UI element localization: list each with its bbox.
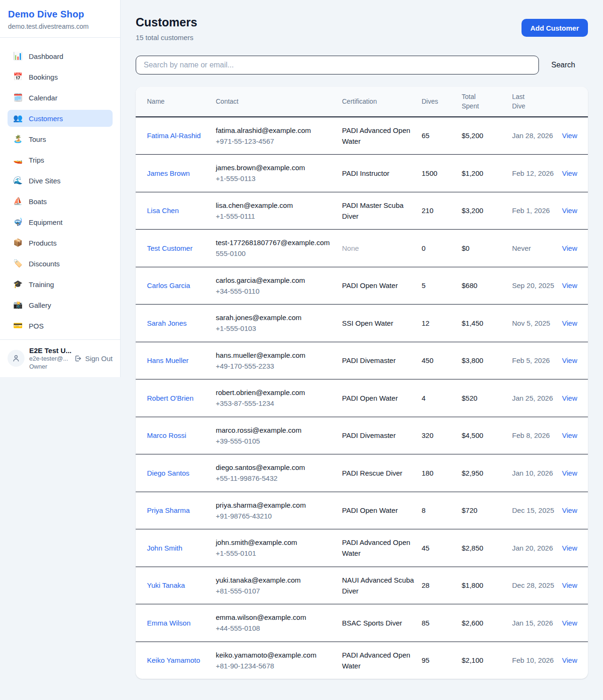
- customer-dives: 65: [422, 117, 462, 155]
- customer-phone: 555-0100: [216, 248, 334, 259]
- sidebar-item-label: Trips: [29, 156, 44, 164]
- customer-total-spent: $720: [462, 492, 512, 529]
- sidebar-item-label: Tours: [29, 135, 46, 143]
- customer-name-link[interactable]: Test Customer: [147, 244, 193, 252]
- customer-name-link[interactable]: James Brown: [147, 169, 190, 177]
- sidebar-item-label: Calendar: [29, 94, 57, 102]
- sidebar-item-equipment[interactable]: 🤿Equipment: [8, 214, 113, 231]
- shop-name-link[interactable]: Demo Dive Shop: [8, 9, 112, 20]
- view-customer-link[interactable]: View: [562, 169, 577, 177]
- customer-email: hans.mueller@example.com: [216, 350, 334, 361]
- table-row: Yuki Tanakayuki.tanaka@example.com+81-55…: [136, 567, 588, 604]
- sidebar-item-tours[interactable]: 🏝️Tours: [8, 131, 113, 148]
- customer-last-dive: Jan 28, 2026: [512, 132, 553, 140]
- customer-name-link[interactable]: Priya Sharma: [147, 506, 190, 514]
- search-input[interactable]: [136, 56, 539, 74]
- customer-name-link[interactable]: Robert O'Brien: [147, 394, 194, 402]
- view-customer-link[interactable]: View: [562, 356, 577, 364]
- customer-email: robert.obrien@example.com: [216, 387, 334, 398]
- view-customer-link[interactable]: View: [562, 206, 577, 214]
- dive-sites-icon: 🌊: [13, 177, 23, 184]
- sidebar-item-gallery[interactable]: 📸Gallery: [8, 296, 113, 313]
- sidebar-item-trips[interactable]: 🚤Trips: [8, 151, 113, 168]
- view-customer-link[interactable]: View: [562, 281, 577, 289]
- customer-certification: PADI Advanced Open Water: [342, 538, 410, 557]
- view-customer-link[interactable]: View: [562, 394, 577, 402]
- customer-table-body: Fatima Al-Rashidfatima.alrashid@example.…: [136, 117, 588, 679]
- gallery-icon: 📸: [13, 301, 23, 309]
- sidebar-item-bookings[interactable]: 📅Bookings: [8, 68, 113, 85]
- customer-email: yuki.tanaka@example.com: [216, 575, 334, 585]
- user-footer: E2E Test U... e2e-tester@... Owner Sign …: [0, 339, 120, 377]
- customer-name-link[interactable]: Sarah Jones: [147, 319, 187, 327]
- customer-name-link[interactable]: Emma Wilson: [147, 619, 191, 627]
- customer-total-spent: $1,800: [462, 567, 512, 604]
- customer-total-spent: $2,100: [462, 642, 512, 679]
- sidebar-item-customers[interactable]: 👥Customers: [8, 110, 113, 127]
- customer-phone: +971-55-123-4567: [216, 136, 334, 147]
- customer-name-link[interactable]: Fatima Al-Rashid: [147, 132, 201, 140]
- customer-last-dive: Feb 8, 2026: [512, 431, 550, 439]
- customer-name-link[interactable]: Marco Rossi: [147, 431, 186, 439]
- search-button[interactable]: Search: [539, 61, 588, 69]
- sidebar-item-products[interactable]: 📦Products: [8, 234, 113, 251]
- training-icon: 🎓: [13, 280, 23, 288]
- add-customer-button[interactable]: Add Customer: [522, 19, 588, 37]
- customer-certification: PADI Instructor: [342, 169, 390, 177]
- view-customer-link[interactable]: View: [562, 469, 577, 477]
- sidebar-item-calendar[interactable]: 🗓️Calendar: [8, 89, 113, 106]
- customer-certification: PADI Advanced Open Water: [342, 651, 410, 670]
- view-customer-link[interactable]: View: [562, 656, 577, 664]
- customer-email: carlos.garcia@example.com: [216, 275, 334, 286]
- customer-name-link[interactable]: Carlos Garcia: [147, 281, 190, 289]
- view-customer-link[interactable]: View: [562, 244, 577, 252]
- view-customer-link[interactable]: View: [562, 319, 577, 327]
- table-row: Test Customertest-1772681807767@example.…: [136, 230, 588, 267]
- customer-name-link[interactable]: John Smith: [147, 544, 182, 552]
- customer-total-spent: $520: [462, 379, 512, 417]
- column-header-actions: [562, 87, 588, 117]
- sidebar-nav: 📊Dashboard📅Bookings🗓️Calendar👥Customers🏝…: [0, 38, 120, 334]
- shop-domain: demo.test.divestreams.com: [8, 23, 112, 30]
- customer-name-link[interactable]: Lisa Chen: [147, 206, 179, 214]
- table-row: Fatima Al-Rashidfatima.alrashid@example.…: [136, 117, 588, 155]
- view-customer-link[interactable]: View: [562, 132, 577, 140]
- sidebar-item-training[interactable]: 🎓Training: [8, 276, 113, 293]
- sidebar-item-label: Training: [29, 280, 54, 288]
- discounts-icon: 🏷️: [13, 260, 23, 267]
- customer-name-link[interactable]: Diego Santos: [147, 469, 189, 477]
- customer-name-link[interactable]: Yuki Tanaka: [147, 581, 185, 589]
- customer-certification: SSI Open Water: [342, 319, 393, 327]
- customer-total-spent: $4,500: [462, 417, 512, 454]
- sidebar-item-discounts[interactable]: 🏷️Discounts: [8, 255, 113, 272]
- equipment-icon: 🤿: [13, 218, 23, 226]
- view-customer-link[interactable]: View: [562, 619, 577, 627]
- customer-dives: 1500: [422, 155, 462, 192]
- column-header-certification: Certification: [342, 87, 422, 117]
- customer-last-dive: Jan 15, 2026: [512, 619, 553, 627]
- view-customer-link[interactable]: View: [562, 431, 577, 439]
- table-row: Robert O'Brienrobert.obrien@example.com+…: [136, 379, 588, 417]
- table-header-row: Name Contact Certification Dives Total S…: [136, 87, 588, 117]
- customer-name-link[interactable]: Keiko Yamamoto: [147, 656, 200, 664]
- sign-out-label: Sign Out: [85, 354, 113, 362]
- view-customer-link[interactable]: View: [562, 506, 577, 514]
- customer-name-link[interactable]: Hans Mueller: [147, 356, 188, 364]
- customer-dives: 4: [422, 379, 462, 417]
- table-row: John Smithjohn.smith@example.com+1-555-0…: [136, 529, 588, 567]
- customer-certification: PADI Open Water: [342, 506, 398, 514]
- sidebar-item-boats[interactable]: ⛵Boats: [8, 193, 113, 210]
- sidebar-item-dive-sites[interactable]: 🌊Dive Sites: [8, 172, 113, 189]
- sidebar-item-label: Products: [29, 239, 57, 247]
- sidebar-item-pos[interactable]: 💳POS: [8, 317, 113, 334]
- customer-phone: +44-555-0108: [216, 623, 334, 634]
- column-header-total-spent: Total Spent: [462, 87, 512, 117]
- customer-email: marco.rossi@example.com: [216, 425, 334, 436]
- page-header: Customers 15 total customers Add Custome…: [136, 16, 588, 41]
- sidebar-item-dashboard[interactable]: 📊Dashboard: [8, 48, 113, 65]
- sign-out-button[interactable]: Sign Out: [74, 354, 113, 362]
- main-content: Customers 15 total customers Add Custome…: [121, 0, 603, 698]
- view-customer-link[interactable]: View: [562, 544, 577, 552]
- view-customer-link[interactable]: View: [562, 581, 577, 589]
- customer-phone: +1-555-0113: [216, 173, 334, 184]
